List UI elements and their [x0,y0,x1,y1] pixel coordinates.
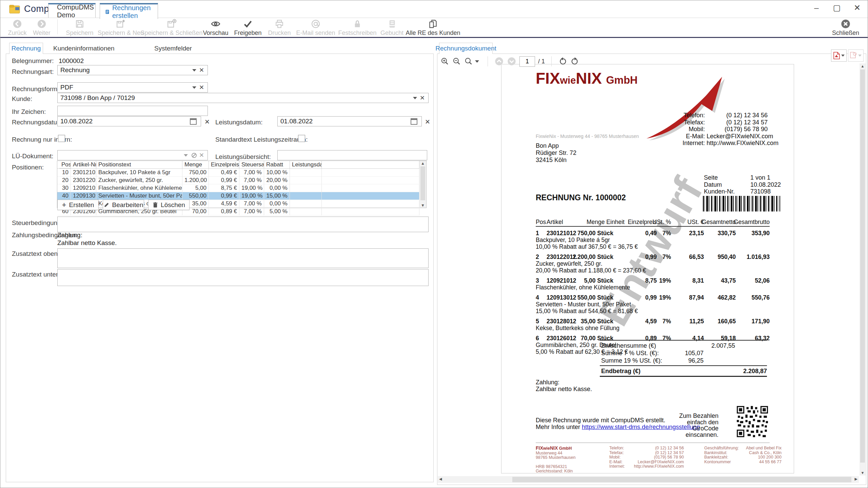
save-close-icon [165,19,178,29]
table-row[interactable]: 20 230122012 Zucker, gewürfelt, 250 gr. … [57,177,419,184]
calendar-icon[interactable] [190,118,197,125]
magnifier-icon [464,57,473,66]
scroll-down-icon[interactable]: ▼ [421,203,425,208]
chevron-down-icon[interactable] [413,97,417,99]
leistungsuebersicht-input[interactable] [277,150,427,160]
schliessen-button[interactable]: Schließen [827,18,864,37]
col-einzelpreis[interactable]: Einzelpreis [209,161,239,169]
col-pos[interactable]: Pos [57,161,71,169]
zoom-out-icon[interactable] [452,57,461,66]
table-row[interactable]: 40 120913012 Servietten - Muster bunt, 5… [57,192,419,200]
clear-field-icon[interactable]: ✕ [419,94,426,102]
speichern-und-neu-button: Speichern & Neu [98,18,143,37]
sender-line: FixwieNix - Musterweg 44 - 98765 Musterh… [536,134,639,139]
invoice-title: RECHNUNG Nr. 1000002 [536,193,626,202]
zahlung-line2: Zahlbar netto Kasse. [536,386,592,393]
zusatztext-oben-textarea[interactable] [57,248,429,268]
zoom-in-icon[interactable] [440,57,449,66]
tab-rechnung[interactable]: Rechnung [9,43,43,54]
tab-rechnungen-erstellen[interactable]: Rechnungen erstellen [100,3,158,19]
girocode-qr [737,406,768,437]
steuerbedingungen-textarea[interactable] [57,217,429,232]
tab-compudms-demo[interactable]: CompuDMS Demo [48,3,96,18]
drucken-button: Drucken [264,18,294,37]
col-rabatt[interactable]: Rabatt [264,161,290,169]
chevron-down-icon [858,55,862,57]
scroll-left-icon[interactable]: ◀ [439,477,442,481]
totals-rule-bottom [600,376,767,377]
gebucht-button: Gebucht [378,18,406,37]
rotate-right-icon[interactable] [570,57,579,66]
calendar-icon[interactable] [411,118,417,125]
leistungsdatum-label: Leistungsdatum: [215,119,262,126]
page-number-input[interactable] [519,56,535,67]
tab-systemfelder[interactable]: Systemfelder [154,45,192,52]
alle-re-des-kunden-button[interactable]: Alle RE des Kunden [406,18,460,37]
rechnungsdatum-input[interactable]: 10.08.2022 [57,116,201,126]
table-row[interactable]: 10 230121012 Backpulver, 10 Pakete á 5gr… [57,169,419,177]
chevron-down-icon[interactable] [192,86,196,89]
ihr-zeichen-input[interactable] [57,106,208,116]
close-circle-icon [839,19,852,29]
clear-field-icon[interactable]: ✕ [425,118,430,126]
scroll-up-icon[interactable]: ▲ [419,161,426,166]
footer-contact-block: Telefon:(0 12) 12 34 56Telefax:(0 12) 12… [609,446,684,469]
window-controls: – ▢ ✕ [811,0,862,15]
loeschen-button[interactable]: Löschen [148,200,190,210]
erstellen-button[interactable]: +Erstellen [57,200,99,210]
horizontal-scrollbar[interactable]: ◀ ▶ [438,476,859,483]
col-leistungsdat[interactable]: Leistungsdat... [290,161,322,169]
zahlung-line1: Zahlung: [536,379,559,386]
null-slash-icon [192,153,197,158]
pdf-link-icon [850,52,857,59]
zusatztext-unten-textarea[interactable] [57,269,429,286]
clear-field-icon[interactable]: ✕ [204,118,210,126]
scroll-down-icon[interactable]: ▼ [860,470,866,475]
clear-field-icon[interactable]: ✕ [198,66,205,74]
scroll-right-icon[interactable]: ▶ [855,477,857,481]
note-line1: Diese Rechnung wurde mit CompuDMS erstel… [536,417,665,424]
standardtext-label: Standardtext Leistungszeitraum: [215,136,308,143]
export-pdf-button[interactable] [831,49,847,62]
rechnungsdatum-label: Rechnungsdatum: [12,119,64,126]
chevron-down-icon[interactable] [184,154,188,157]
close-window-button[interactable]: ✕ [852,3,862,13]
col-steuersatz[interactable]: Steuersatz [239,161,264,169]
tab-kundeninformationen[interactable]: Kundeninformationen [53,45,115,52]
next-page-icon [507,57,516,66]
belegnummer-label: Belegnummer: [12,57,54,65]
vertical-scrollbar[interactable]: ▲ ▼ [860,63,866,475]
freigeben-button[interactable]: Freigeben [231,18,264,37]
printer-icon [273,19,286,29]
pencil-icon [104,202,110,208]
bearbeiten-button[interactable]: Bearbeiten [103,200,144,210]
rechnungsformat-select[interactable]: PDF ✕ [57,82,208,93]
rechnungsart-select[interactable]: Rechnung ✕ [57,65,208,75]
chevron-down-icon[interactable] [192,69,196,72]
col-artikel[interactable]: Artikel-Nr. [71,161,96,169]
kunde-select[interactable]: 731098 / Bon App / 70129 ✕ [57,93,429,103]
rotate-left-icon[interactable] [558,57,567,66]
ust19-label: Summe 19 % USt. (€): [601,357,662,364]
col-menge[interactable]: Menge [182,161,209,169]
tab-rechnungsdokument[interactable]: Rechnungsdokument [439,43,493,54]
maximize-button[interactable]: ▢ [832,3,842,13]
table-scrollbar[interactable]: ▲ ▼ [419,161,426,208]
clear-field-icon[interactable]: ✕ [198,84,205,91]
endbetrag-value: 2.208,87 [733,368,767,375]
clear-field-icon[interactable]: ✕ [198,151,205,159]
rechnung-nur-intern-checkbox[interactable] [58,135,65,142]
scroll-up-icon[interactable]: ▲ [860,63,866,69]
zoom-level-dropdown[interactable] [464,57,481,66]
page-count: / 1 [538,58,545,65]
export-alt-button [848,49,864,62]
leistungsdatum-input[interactable]: 01.08.2022 [277,116,422,126]
standardtext-checkbox[interactable] [298,135,305,142]
vorschau-button[interactable]: Vorschau [200,18,231,37]
table-row[interactable]: 30 120921012 Flaschenkühler, ohne Kühlel… [57,184,419,192]
ihr-zeichen-label: Ihr Zeichen: [12,108,46,116]
minimize-button[interactable]: – [811,3,822,13]
lock-icon [351,19,364,29]
col-positionstext[interactable]: Positionstext [96,161,182,169]
lue-dokument-select[interactable]: ✕ [57,150,208,160]
